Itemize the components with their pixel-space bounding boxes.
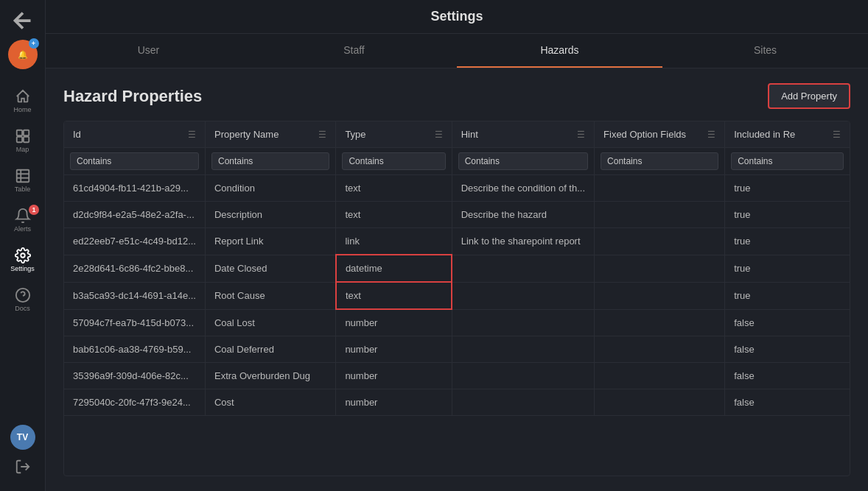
table-row[interactable]: 7295040c-20fc-47f3-9e24...Costnumberfals… bbox=[64, 389, 850, 416]
sidebar-docs-label: Docs bbox=[15, 305, 30, 312]
col-menu-icon-included[interactable]: ☰ bbox=[833, 130, 841, 140]
cell-2: text bbox=[336, 202, 452, 228]
content-area: Hazard Properties Add Property Id ☰ bbox=[46, 68, 868, 491]
properties-table-container[interactable]: Id ☰ Property Name ☰ Typ bbox=[63, 121, 850, 476]
cell-3 bbox=[452, 389, 594, 416]
alerts-badge: 1 bbox=[29, 205, 39, 215]
cell-5: true bbox=[725, 228, 850, 255]
cell-4 bbox=[595, 228, 725, 255]
filter-type[interactable] bbox=[342, 152, 445, 170]
add-property-button[interactable]: Add Property bbox=[768, 83, 850, 109]
cell-2: text bbox=[336, 282, 452, 309]
col-header-hint: Hint ☰ bbox=[452, 121, 594, 148]
cell-2: link bbox=[336, 228, 452, 255]
sidebar-home-label: Home bbox=[13, 106, 31, 113]
sidebar-alerts-label: Alerts bbox=[14, 225, 31, 233]
cell-3 bbox=[452, 282, 594, 309]
avatar-badge: + bbox=[29, 38, 39, 49]
cell-4 bbox=[595, 202, 725, 228]
sidebar-item-table[interactable]: Table bbox=[0, 162, 45, 199]
sidebar-item-docs[interactable]: Docs bbox=[0, 281, 45, 318]
cell-5: true bbox=[725, 282, 850, 309]
sidebar-map-label: Map bbox=[16, 146, 29, 153]
table-row[interactable]: b3a5ca93-dc14-4691-a14e...Root Causetext… bbox=[64, 282, 850, 309]
svg-rect-2 bbox=[16, 137, 21, 142]
hazard-properties-title: Hazard Properties bbox=[63, 87, 202, 106]
svg-rect-1 bbox=[23, 130, 28, 135]
col-menu-icon-fixed[interactable]: ☰ bbox=[707, 130, 715, 140]
sidebar-item-alerts[interactable]: 1 Alerts bbox=[0, 202, 45, 239]
tab-staff[interactable]: Staff bbox=[251, 34, 457, 68]
main-content: Settings User Staff Hazards Sites Hazard… bbox=[46, 0, 868, 491]
cell-5: true bbox=[725, 202, 850, 228]
sidebar-table-label: Table bbox=[15, 186, 31, 193]
cell-0: ed22eeb7-e51c-4c49-bd12... bbox=[64, 228, 205, 255]
cell-5: true bbox=[725, 175, 850, 202]
col-header-type: Type ☰ bbox=[336, 121, 452, 148]
notification-avatar[interactable]: 🔔 + bbox=[8, 40, 38, 69]
cell-3 bbox=[452, 363, 594, 389]
cell-1: Root Cause bbox=[205, 282, 335, 309]
filter-id[interactable] bbox=[70, 152, 199, 170]
nav-tabs: User Staff Hazards Sites bbox=[46, 34, 868, 68]
sidebar-item-settings[interactable]: Settings bbox=[0, 241, 45, 278]
cell-0: 61cd4904-fb11-421b-a29... bbox=[64, 175, 205, 202]
table-header-row: Id ☰ Property Name ☰ Typ bbox=[64, 121, 850, 148]
cell-1: Cost bbox=[205, 389, 335, 416]
cell-1: Extra Overburden Dug bbox=[205, 363, 335, 389]
cell-4 bbox=[595, 389, 725, 416]
filter-hint[interactable] bbox=[458, 152, 588, 170]
cell-4 bbox=[595, 336, 725, 363]
cell-2: number bbox=[336, 309, 452, 336]
topbar: Settings bbox=[46, 0, 868, 34]
col-menu-icon-id[interactable]: ☰ bbox=[188, 130, 196, 140]
page-header: Hazard Properties Add Property bbox=[63, 83, 850, 109]
sidebar-item-logout[interactable] bbox=[10, 453, 35, 481]
cell-3 bbox=[452, 336, 594, 363]
sidebar-item-map[interactable]: Map bbox=[0, 122, 45, 159]
cell-0: b3a5ca93-dc14-4691-a14e... bbox=[64, 282, 205, 309]
cell-4 bbox=[595, 282, 725, 309]
cell-2: text bbox=[336, 175, 452, 202]
filter-property-name[interactable] bbox=[211, 152, 329, 170]
filter-included[interactable] bbox=[731, 152, 844, 170]
sidebar: 🔔 + Home Map Table 1 Alerts bbox=[0, 0, 46, 491]
col-header-property-name: Property Name ☰ bbox=[205, 121, 335, 148]
cell-4 bbox=[595, 175, 725, 202]
cell-3: Describe the hazard bbox=[452, 202, 594, 228]
cell-1: Report Link bbox=[205, 228, 335, 255]
table-row[interactable]: 57094c7f-ea7b-415d-b073...Coal Lostnumbe… bbox=[64, 309, 850, 336]
col-menu-icon-type[interactable]: ☰ bbox=[435, 130, 443, 140]
svg-rect-3 bbox=[23, 137, 28, 142]
cell-0: bab61c06-aa38-4769-b59... bbox=[64, 336, 205, 363]
cell-2: number bbox=[336, 336, 452, 363]
cell-5: true bbox=[725, 255, 850, 282]
cell-2: number bbox=[336, 389, 452, 416]
table-row[interactable]: bab61c06-aa38-4769-b59...Coal Deferrednu… bbox=[64, 336, 850, 363]
cell-0: 57094c7f-ea7b-415d-b073... bbox=[64, 309, 205, 336]
cell-5: false bbox=[725, 309, 850, 336]
col-menu-icon-property-name[interactable]: ☰ bbox=[318, 130, 326, 140]
tab-user[interactable]: User bbox=[46, 34, 251, 68]
cell-1: Coal Deferred bbox=[205, 336, 335, 363]
table-row[interactable]: 35396a9f-309d-406e-82c...Extra Overburde… bbox=[64, 363, 850, 389]
table-row[interactable]: 61cd4904-fb11-421b-a29...ConditiontextDe… bbox=[64, 175, 850, 202]
tab-hazards[interactable]: Hazards bbox=[457, 34, 662, 68]
back-button[interactable] bbox=[10, 7, 36, 34]
filter-fixed[interactable] bbox=[601, 152, 718, 170]
cell-4 bbox=[595, 309, 725, 336]
user-avatar[interactable]: TV bbox=[10, 425, 35, 450]
cell-4 bbox=[595, 255, 725, 282]
table-row[interactable]: 2e28d641-6c86-4fc2-bbe8...Date Closeddat… bbox=[64, 255, 850, 282]
cell-0: d2dc9f84-e2a5-48e2-a2fa-... bbox=[64, 202, 205, 228]
table-filter-row bbox=[64, 148, 850, 175]
table-row[interactable]: ed22eeb7-e51c-4c49-bd12...Report Linklin… bbox=[64, 228, 850, 255]
col-menu-icon-hint[interactable]: ☰ bbox=[577, 130, 585, 140]
table-row[interactable]: d2dc9f84-e2a5-48e2-a2fa-...Descriptionte… bbox=[64, 202, 850, 228]
tab-sites[interactable]: Sites bbox=[662, 34, 868, 68]
sidebar-item-home[interactable]: Home bbox=[0, 82, 45, 119]
cell-3 bbox=[452, 255, 594, 282]
cell-1: Date Closed bbox=[205, 255, 335, 282]
cell-4 bbox=[595, 363, 725, 389]
sidebar-settings-label: Settings bbox=[10, 265, 35, 272]
